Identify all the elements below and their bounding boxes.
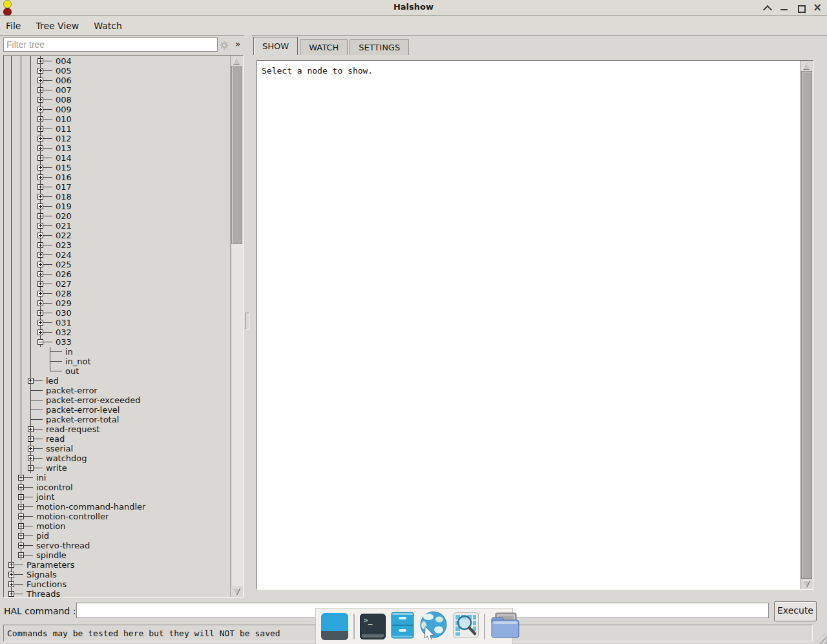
expand-plus-icon[interactable] (36, 231, 45, 240)
tree-node-servo-thread[interactable]: servo-thread (6, 541, 230, 550)
tree-node-label[interactable]: 014 (56, 153, 72, 163)
tree-node-033[interactable]: 033 (6, 337, 230, 347)
tree-node-031[interactable]: 031 (6, 318, 230, 327)
expand-plus-icon[interactable] (16, 492, 26, 502)
expand-plus-icon[interactable] (36, 66, 45, 76)
tree-node-label[interactable]: out (65, 366, 79, 376)
tree-node-label[interactable]: 011 (56, 124, 72, 134)
expand-plus-icon[interactable] (36, 163, 45, 172)
tree-node-010[interactable]: 010 (6, 114, 230, 124)
expand-plus-icon[interactable] (36, 76, 45, 85)
expand-plus-icon[interactable] (36, 240, 45, 250)
expand-plus-icon[interactable] (6, 589, 16, 597)
expand-plus-icon[interactable] (36, 308, 45, 318)
tree-node-label[interactable]: read-request (46, 424, 99, 434)
tree-node-Signals[interactable]: Signals (6, 570, 230, 579)
expand-plus-icon[interactable] (36, 182, 45, 192)
tree-node-label[interactable]: Functions (26, 579, 67, 589)
expand-plus-icon[interactable] (26, 453, 36, 463)
tree-node-label[interactable]: 031 (56, 318, 72, 327)
tree-node-label[interactable]: 012 (56, 134, 72, 143)
tree-node-label[interactable]: read (46, 434, 65, 444)
tree-node-read-request[interactable]: read-request (6, 424, 230, 434)
expand-plus-icon[interactable] (26, 463, 36, 473)
tree-node-label[interactable]: 008 (56, 95, 72, 105)
magnifier-icon[interactable] (453, 612, 479, 641)
expand-plus-icon[interactable] (36, 124, 45, 134)
tree-node-label[interactable]: spindle (36, 550, 67, 560)
tree-node-label[interactable]: 005 (56, 66, 72, 76)
tree-node-pid[interactable]: pid (6, 531, 230, 541)
expand-plus-icon[interactable] (36, 172, 45, 182)
expand-plus-icon[interactable] (16, 512, 26, 521)
tree-node-007[interactable]: 007 (6, 85, 230, 95)
tree-node-012[interactable]: 012 (6, 134, 230, 143)
tree-node-label[interactable]: 023 (56, 240, 72, 250)
expand-plus-icon[interactable] (36, 202, 45, 211)
expand-plus-icon[interactable] (16, 502, 26, 512)
execute-button[interactable]: Execute (774, 601, 817, 621)
tree-node-label[interactable]: 025 (56, 260, 72, 269)
tree-node-014[interactable]: 014 (6, 153, 230, 163)
tree-node-label[interactable]: pid (36, 531, 49, 541)
tree-node-label[interactable]: 028 (56, 289, 72, 298)
tree-node-label[interactable]: packet-error-total (46, 415, 119, 424)
expand-plus-icon[interactable] (36, 327, 45, 337)
tree-node-label[interactable]: 032 (56, 327, 72, 337)
tab-watch[interactable]: WATCH (300, 39, 348, 55)
tree-node-024[interactable]: 024 (6, 250, 230, 260)
tree-node-write[interactable]: write (6, 463, 230, 473)
tree-node-spindle[interactable]: spindle (6, 550, 230, 560)
expand-plus-icon[interactable] (36, 260, 45, 269)
tree-node-008[interactable]: 008 (6, 95, 230, 105)
web-browser-icon[interactable] (419, 611, 448, 642)
expand-plus-icon[interactable] (36, 298, 45, 308)
close-icon[interactable]: × (813, 3, 823, 13)
expand-plus-icon[interactable] (36, 85, 45, 95)
tree-node-029[interactable]: 029 (6, 298, 230, 308)
tree-node-006[interactable]: 006 (6, 76, 230, 85)
tree-node-025[interactable]: 025 (6, 260, 230, 269)
maximize-icon[interactable] (796, 3, 806, 13)
scroll-up-icon[interactable] (231, 56, 243, 66)
tree-node-016[interactable]: 016 (6, 172, 230, 182)
tree-node-label[interactable]: 007 (56, 85, 72, 95)
tree-node-label[interactable]: Parameters (26, 560, 74, 570)
tree-node-label[interactable]: 004 (56, 56, 72, 66)
tree-node-watchdog[interactable]: watchdog (6, 453, 230, 463)
menu-watch[interactable]: Watch (88, 21, 128, 31)
chevron-more-button[interactable]: » (233, 37, 242, 50)
tree-node-label[interactable]: joint (36, 492, 55, 502)
tree-node-read[interactable]: read (6, 434, 230, 444)
tree-node-018[interactable]: 018 (6, 192, 230, 202)
tree-node-019[interactable]: 019 (6, 202, 230, 211)
tree-node-label[interactable]: motion-controller (36, 512, 109, 521)
tree-node-label[interactable]: 030 (56, 308, 72, 318)
tree-node-label[interactable]: Threads (26, 589, 60, 597)
tree-node-label[interactable]: packet-error-exceeded (46, 395, 140, 405)
file-manager-icon[interactable] (490, 612, 520, 641)
expand-plus-icon[interactable] (36, 134, 45, 143)
tree-node-032[interactable]: 032 (6, 327, 230, 337)
expand-plus-icon[interactable] (36, 192, 45, 202)
tree-node-label[interactable]: 033 (56, 337, 72, 347)
expand-plus-icon[interactable] (16, 483, 26, 492)
tree-node-Threads[interactable]: Threads (6, 589, 230, 597)
tree-node-label[interactable]: ini (36, 473, 46, 483)
expand-plus-icon[interactable] (36, 56, 45, 66)
tree-node-label[interactable]: watchdog (46, 453, 87, 463)
tree-node-label[interactable]: 019 (56, 202, 72, 211)
tree-node-label[interactable]: packet-error-level (46, 405, 120, 415)
expand-plus-icon[interactable] (36, 221, 45, 231)
tree-node-label[interactable]: motion-command-handler (36, 502, 145, 512)
tree-node-label[interactable]: 006 (56, 76, 72, 85)
tree-node-label[interactable]: 021 (56, 221, 72, 231)
expand-plus-icon[interactable] (26, 376, 36, 386)
expand-plus-icon[interactable] (26, 424, 36, 434)
expand-plus-icon[interactable] (36, 114, 45, 124)
expand-plus-icon[interactable] (26, 444, 36, 453)
titlebar[interactable]: Halshow × (0, 0, 827, 16)
tree-node-joint[interactable]: joint (6, 492, 230, 502)
tree-node-in[interactable]: in (6, 347, 230, 357)
tree-node-label[interactable]: 018 (56, 192, 72, 202)
